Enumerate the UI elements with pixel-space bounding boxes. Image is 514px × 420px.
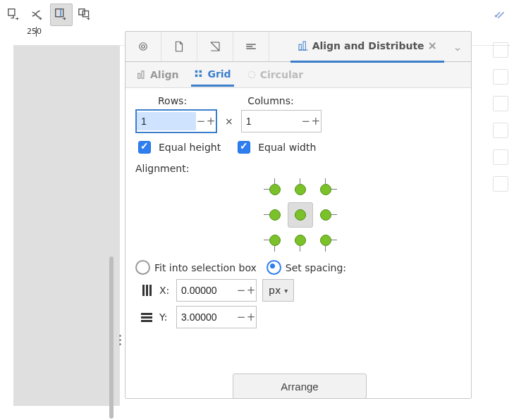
tab-align[interactable]: Align	[134, 64, 181, 85]
align-icon	[137, 70, 147, 80]
right-tool-5[interactable]	[493, 149, 508, 165]
equal-height-field[interactable]: Equal height	[135, 139, 221, 156]
columns-input[interactable]	[242, 112, 301, 130]
canvas-area[interactable]	[4, 45, 120, 406]
svg-rect-9	[138, 73, 140, 78]
snap-guide-button[interactable]	[50, 4, 73, 26]
circular-icon	[247, 70, 257, 80]
anchor-middle-left[interactable]	[262, 202, 288, 228]
rows-plus[interactable]: +	[206, 115, 216, 128]
align-distribute-icon	[298, 40, 309, 51]
grid-icon	[194, 69, 204, 79]
fit-selection-radio[interactable]	[135, 260, 150, 275]
x-spacing-icon	[140, 285, 154, 296]
columns-label: Columns:	[247, 95, 294, 106]
close-icon[interactable]: ×	[428, 39, 437, 52]
y-input[interactable]	[177, 308, 236, 326]
svg-rect-14	[200, 74, 202, 77]
grid-panel: Rows: Columns: − + × − + Equal height	[126, 88, 471, 398]
dock-tabstrip: Align and Distribute × ⌄	[126, 32, 471, 62]
y-label: Y:	[159, 311, 171, 323]
svg-rect-2	[79, 9, 85, 15]
rows-input[interactable]	[137, 112, 196, 130]
y-minus[interactable]: −	[236, 311, 246, 323]
align-distribute-dock: Align and Distribute × ⌄ Align Grid Circ…	[125, 31, 472, 399]
levels-icon[interactable]	[233, 32, 269, 61]
dock-title-tab[interactable]: Align and Distribute ×	[290, 31, 444, 63]
layers-icon[interactable]	[126, 32, 161, 61]
top-toolbar	[4, 3, 510, 27]
svg-rect-1	[56, 9, 63, 17]
svg-rect-10	[142, 71, 144, 79]
right-tool-3[interactable]	[493, 96, 508, 111]
svg-rect-7	[299, 44, 301, 50]
x-plus[interactable]: +	[246, 284, 256, 297]
rows-label: Rows:	[158, 95, 187, 106]
svg-rect-12	[200, 70, 202, 73]
columns-spinbox[interactable]: − +	[241, 110, 322, 132]
anchor-top-left[interactable]	[262, 177, 288, 202]
tab-circular[interactable]: Circular	[244, 64, 306, 85]
svg-point-6	[142, 45, 145, 49]
snap-bbox-button[interactable]	[75, 4, 96, 25]
set-spacing-radio[interactable]	[267, 260, 281, 275]
svg-point-4	[495, 15, 498, 18]
anchor-top-center[interactable]	[288, 177, 313, 202]
svg-rect-0	[8, 9, 15, 16]
snap-toggle-button[interactable]	[489, 4, 510, 25]
x-label: X:	[159, 285, 171, 296]
equal-height-checkbox[interactable]	[138, 141, 151, 154]
x-minus[interactable]: −	[236, 284, 246, 297]
anchor-bottom-center[interactable]	[288, 228, 313, 253]
ruler-label: 250	[27, 27, 42, 36]
columns-plus[interactable]: +	[311, 115, 321, 128]
times-sign: ×	[223, 116, 235, 127]
dock-drag-handle[interactable]	[119, 335, 121, 345]
svg-rect-13	[195, 74, 198, 77]
x-input[interactable]	[177, 281, 236, 299]
y-spinbox[interactable]: − +	[176, 306, 257, 328]
rows-minus[interactable]: −	[196, 115, 206, 128]
right-tool-4[interactable]	[493, 123, 508, 138]
anchor-top-right[interactable]	[313, 177, 338, 202]
right-tool-2[interactable]	[493, 69, 508, 85]
dock-title: Align and Distribute	[312, 40, 424, 51]
dock-chevron-button[interactable]: ⌄	[444, 40, 471, 54]
snap-intersection-button[interactable]	[27, 4, 48, 25]
fit-selection-label: Fit into selection box	[154, 262, 257, 273]
canvas-scrollbar[interactable]	[109, 257, 114, 419]
set-spacing-label: Set spacing:	[286, 262, 346, 273]
equal-width-checkbox[interactable]	[238, 141, 250, 154]
right-dock	[490, 42, 511, 399]
document-icon[interactable]	[161, 32, 197, 61]
tab-grid[interactable]: Grid	[191, 63, 233, 87]
right-tool-1[interactable]	[493, 42, 508, 58]
svg-point-15	[248, 71, 255, 78]
alignment-grid	[262, 177, 461, 253]
anchor-bottom-left[interactable]	[262, 228, 288, 253]
y-spacing-icon	[140, 313, 154, 322]
right-tool-6[interactable]	[493, 176, 508, 192]
snap-node-button[interactable]	[4, 4, 25, 25]
trace-icon[interactable]	[197, 32, 233, 61]
caret-down-icon: ▾	[284, 287, 288, 295]
anchor-center[interactable]	[288, 202, 313, 228]
svg-point-5	[140, 43, 147, 51]
subtabs: Align Grid Circular	[126, 62, 471, 88]
x-spinbox[interactable]: − +	[176, 279, 257, 302]
anchor-bottom-right[interactable]	[313, 228, 338, 253]
alignment-label: Alignment:	[135, 163, 461, 174]
equal-width-field[interactable]: Equal width	[235, 139, 316, 156]
unit-dropdown[interactable]: px ▾	[262, 279, 294, 302]
y-plus[interactable]: +	[246, 311, 256, 323]
rows-spinbox[interactable]: − +	[135, 109, 217, 133]
svg-rect-11	[195, 70, 198, 73]
arrange-button[interactable]: Arrange	[233, 373, 367, 399]
svg-rect-3	[82, 11, 88, 17]
anchor-middle-right[interactable]	[313, 202, 338, 228]
columns-minus[interactable]: −	[301, 115, 311, 128]
svg-rect-8	[303, 42, 305, 50]
